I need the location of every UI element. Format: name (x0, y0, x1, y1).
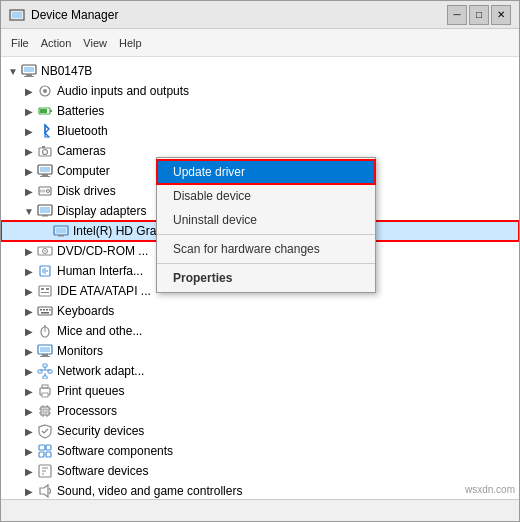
list-item[interactable]: ▶ Keyboards (1, 301, 519, 321)
software-components-label: Software components (57, 444, 173, 458)
display-label: Display adapters (57, 204, 146, 218)
svg-rect-5 (24, 76, 34, 77)
svg-rect-51 (43, 364, 47, 367)
menu-file[interactable]: File (5, 35, 35, 51)
uninstall-device-item[interactable]: Uninstall device (157, 208, 375, 232)
expand-swcomp: ▶ (21, 443, 37, 459)
window-title: Device Manager (31, 8, 447, 22)
software-components-icon (37, 443, 53, 459)
expand-display: ▼ (21, 203, 37, 219)
computer-label: Computer (57, 164, 110, 178)
expand-security: ▶ (21, 423, 37, 439)
expand-bluetooth: ▶ (21, 123, 37, 139)
svg-rect-34 (39, 286, 51, 296)
keyboard-icon (37, 303, 53, 319)
tree-root[interactable]: ▼ NB0147B (1, 61, 519, 81)
svg-rect-40 (43, 309, 45, 311)
menu-bar: File Action View Help (1, 29, 519, 57)
minimize-button[interactable]: ─ (447, 5, 467, 25)
cameras-icon (37, 143, 53, 159)
list-item[interactable]: ▶ Monitors (1, 341, 519, 361)
svg-rect-13 (42, 146, 45, 148)
properties-label: Properties (173, 271, 232, 285)
list-item[interactable]: ▶ Software devices (1, 461, 519, 481)
monitors-label: Monitors (57, 344, 103, 358)
svg-rect-38 (38, 307, 52, 315)
expand-human: ▶ (21, 263, 37, 279)
list-item[interactable]: ▶ Sound, video and game controllers (1, 481, 519, 499)
print-label: Print queues (57, 384, 124, 398)
sound-icon (37, 483, 53, 499)
disk-icon (37, 183, 53, 199)
svg-rect-73 (46, 445, 51, 450)
svg-rect-41 (46, 309, 48, 311)
menu-action[interactable]: Action (35, 35, 78, 51)
expand-cameras: ▶ (21, 143, 37, 159)
tree-root-label: NB0147B (41, 64, 92, 78)
maximize-button[interactable]: □ (469, 5, 489, 25)
svg-rect-48 (40, 347, 50, 352)
bluetooth-label: Bluetooth (57, 124, 108, 138)
list-item[interactable]: ▶ Software components (1, 441, 519, 461)
list-item[interactable]: ▶ Batteries (1, 101, 519, 121)
status-bar (1, 499, 519, 521)
list-item[interactable]: ▶ Mice and othe... (1, 321, 519, 341)
close-button[interactable]: ✕ (491, 5, 511, 25)
svg-rect-75 (46, 452, 51, 457)
svg-rect-36 (46, 288, 49, 290)
svg-rect-54 (43, 376, 47, 379)
disable-device-item[interactable]: Disable device (157, 184, 375, 208)
display-icon (37, 203, 53, 219)
svg-rect-50 (40, 356, 50, 357)
dvd-icon (37, 243, 53, 259)
processor-icon (37, 403, 53, 419)
svg-rect-37 (41, 292, 49, 293)
human-label: Human Interfa... (57, 264, 143, 278)
update-driver-item[interactable]: Update driver (157, 160, 375, 184)
title-bar: Device Manager ─ □ ✕ (1, 1, 519, 29)
uninstall-device-label: Uninstall device (173, 213, 257, 227)
computer-icon (21, 63, 37, 79)
list-item[interactable]: ▶ Processors (1, 401, 519, 421)
menu-help[interactable]: Help (113, 35, 148, 51)
svg-rect-39 (40, 309, 42, 311)
update-driver-label: Update driver (173, 165, 245, 179)
svg-rect-26 (58, 235, 64, 237)
svg-point-19 (47, 190, 50, 193)
expand-computer: ▶ (21, 163, 37, 179)
expand-audio: ▶ (21, 83, 37, 99)
svg-rect-20 (40, 190, 45, 192)
svg-rect-1 (12, 12, 22, 18)
svg-point-12 (43, 150, 48, 155)
computer-item-icon (37, 163, 53, 179)
mice-icon (37, 323, 53, 339)
menu-view[interactable]: View (77, 35, 113, 51)
disk-label: Disk drives (57, 184, 116, 198)
scan-hardware-item[interactable]: Scan for hardware changes (157, 237, 375, 261)
properties-item[interactable]: Properties (157, 266, 375, 290)
list-item[interactable]: ▶ Audio inputs and outputs (1, 81, 519, 101)
context-menu: Update driver Disable device Uninstall d… (156, 157, 376, 293)
expand-network: ▶ (21, 363, 37, 379)
svg-rect-42 (49, 309, 51, 311)
svg-rect-49 (42, 354, 48, 356)
svg-rect-3 (24, 67, 34, 72)
scan-hardware-label: Scan for hardware changes (173, 242, 320, 256)
list-item[interactable]: ▶ Network adapt... (1, 361, 519, 381)
ide-label: IDE ATA/ATAPI ... (57, 284, 151, 298)
list-item[interactable]: ▶ Security devices (1, 421, 519, 441)
mice-label: Mice and othe... (57, 324, 142, 338)
svg-rect-9 (50, 110, 52, 112)
bluetooth-icon (37, 123, 53, 139)
device-manager-window: Device Manager ─ □ ✕ File Action View He… (0, 0, 520, 522)
monitors-icon (37, 343, 53, 359)
print-icon (37, 383, 53, 399)
network-label: Network adapt... (57, 364, 144, 378)
sound-label: Sound, video and game controllers (57, 484, 242, 498)
expand-print: ▶ (21, 383, 37, 399)
watermark: wsxdn.com (465, 484, 515, 495)
list-item[interactable]: ▶ Bluetooth (1, 121, 519, 141)
window-controls: ─ □ ✕ (447, 5, 511, 25)
list-item[interactable]: ▶ Print queues (1, 381, 519, 401)
human-icon (37, 263, 53, 279)
